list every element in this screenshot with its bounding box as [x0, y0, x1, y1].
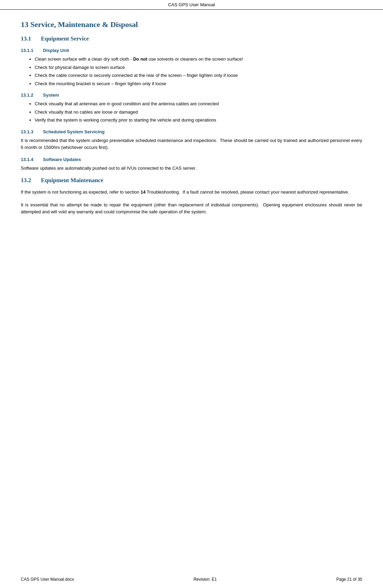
subsection-13-1-1-header: 13.1.1 Display Unit: [21, 48, 362, 53]
list-item: Check the cable connector is securely co…: [35, 72, 362, 79]
section-13-1-header: 13.1 Equipment Service: [21, 35, 362, 42]
subsection-13-1-4-header: 13.1.4 Software Updates: [21, 157, 362, 162]
footer-right: Page 21 of 30: [336, 577, 362, 582]
subsection-13-1-3-header: 13.1.3 Scheduled System Servicing: [21, 129, 362, 134]
subsection-13-1-3-body: It is recommended that the system underg…: [21, 137, 362, 152]
subsection-13-1-1-label: Display Unit: [43, 48, 69, 53]
page-content: 13 Service, Maintenance & Disposal 13.1 …: [0, 10, 383, 240]
subsection-13-1-4-body: Software updates are automatically pushe…: [21, 165, 362, 172]
chapter-title: 13 Service, Maintenance & Disposal: [21, 20, 362, 29]
section-ref-bold: 14: [140, 189, 145, 195]
section-13-2-num: 13.2: [21, 177, 35, 184]
footer-left-text: CAS GPS User Manual: [21, 577, 64, 582]
list-item: Check the mounting bracket is secure – f…: [35, 80, 362, 87]
list-item: Check visually that all antennas are in …: [35, 100, 362, 107]
page-footer: CAS GPS User Manual.docx Revision: E1 Pa…: [0, 577, 383, 582]
list-item: Check for physical damage to screen surf…: [35, 64, 362, 71]
subsection-13-1-2-num: 13.1.2: [21, 92, 39, 98]
display-unit-list: Clean screen surface with a clean dry so…: [35, 56, 362, 87]
page-header: CAS GPS User Manual: [0, 0, 383, 10]
section-13-2-label: Equipment Maintenance: [41, 177, 103, 184]
section-13-1-label: Equipment Service: [41, 35, 89, 42]
footer-left-suffix: .docx: [64, 577, 74, 582]
section-13-1-num: 13.1: [21, 35, 35, 42]
footer-center: Revision: E1: [193, 577, 217, 582]
subsection-13-1-1-num: 13.1.1: [21, 48, 39, 53]
subsection-13-1-4-num: 13.1.4: [21, 157, 39, 162]
subsection-13-1-3-label: Scheduled System Servicing: [43, 129, 105, 134]
subsection-13-1-3-num: 13.1.3: [21, 129, 39, 134]
list-item: Verify that the system is working correc…: [35, 117, 362, 124]
list-item: Clean screen surface with a clean dry so…: [35, 56, 362, 63]
section-13-2-para1: If the system is not functioning as expe…: [21, 189, 362, 196]
chapter-number: 13: [21, 20, 28, 29]
subsection-13-1-2-header: 13.1.2 System: [21, 92, 362, 98]
subsection-13-1-4-label: Software Updates: [43, 157, 81, 162]
chapter-title-text: Service, Maintenance & Disposal: [31, 20, 138, 29]
subsection-13-1-2-label: System: [43, 92, 59, 98]
section-13-2-para2: It is essential that no attempt be made …: [21, 202, 362, 216]
system-list: Check visually that all antennas are in …: [35, 100, 362, 124]
list-item: Check visually that no cables are loose …: [35, 109, 362, 116]
header-title: CAS GPS User Manual: [168, 2, 215, 7]
bold-do-not: Do not: [133, 56, 147, 62]
footer-left: CAS GPS User Manual.docx: [21, 577, 74, 582]
section-13-2-header: 13.2 Equipment Maintenance: [21, 177, 362, 184]
